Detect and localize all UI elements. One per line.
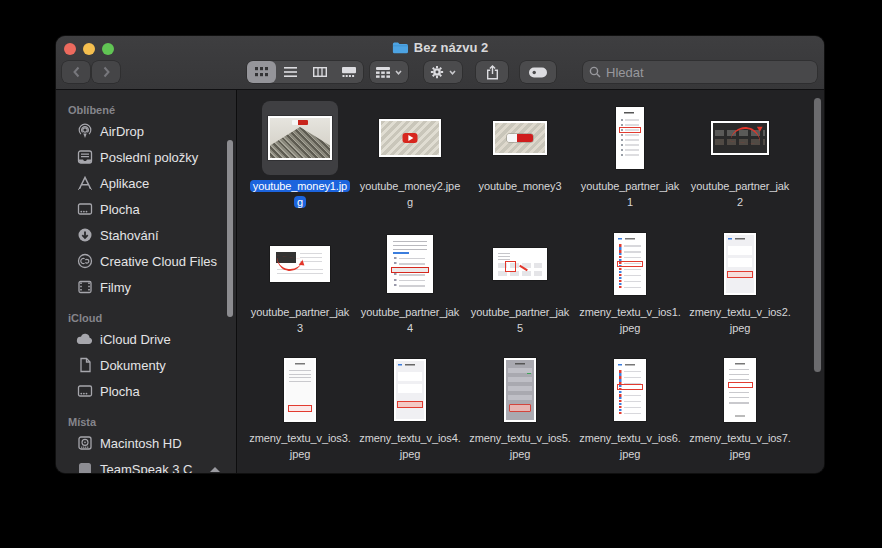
- tag-button[interactable]: [520, 61, 556, 83]
- file-thumbnail: [284, 358, 316, 422]
- file-icon-box: [482, 353, 558, 427]
- file-name: youtube_partner_jak2: [689, 178, 791, 210]
- file-name: youtube_partner_jak3: [249, 304, 351, 336]
- sidebar-item-documents[interactable]: Dokumenty: [56, 352, 236, 378]
- sidebar-item-icloud-drive[interactable]: iCloud Drive: [56, 326, 236, 352]
- sidebar-item-label: Aplikace: [100, 176, 149, 191]
- file-thumbnail: [268, 116, 332, 160]
- file-thumbnail: [493, 248, 547, 280]
- file-thumbnail: [616, 107, 644, 169]
- sidebar-item-label: Poslední položky: [100, 150, 198, 165]
- folder-icon: [392, 41, 408, 54]
- file-name: zmeny_textu_v_ios6.jpeg: [579, 430, 681, 462]
- chevron-down-icon: [449, 70, 456, 75]
- file-icon-box: [702, 227, 778, 301]
- column-view-icon: [313, 67, 327, 77]
- view-mode-segmented-control: [247, 61, 363, 83]
- file-tile[interactable]: zmeny_textu_v_ios5.jpeg: [468, 353, 572, 473]
- content-scrollbar[interactable]: [814, 98, 821, 372]
- file-tile[interactable]: zmeny_textu_v_ios1.jpeg: [578, 227, 682, 353]
- group-by-icon: [376, 67, 390, 78]
- sidebar-item-airdrop[interactable]: AirDrop: [56, 118, 236, 144]
- file-icon-box: [372, 227, 448, 301]
- sidebar-item-downloads[interactable]: Stahování: [56, 222, 236, 248]
- sidebar-item-movies[interactable]: Filmy: [56, 274, 236, 300]
- file-name: zmeny_textu_v_ios1.jpeg: [579, 304, 681, 336]
- sidebar-item-label: Creative Cloud Files: [100, 254, 217, 269]
- file-thumbnail: [504, 358, 536, 422]
- file-tile[interactable]: zmeny_textu_v_ios2.jpeg: [688, 227, 792, 353]
- sidebar-item-macintosh-hd[interactable]: Macintosh HD: [56, 430, 236, 456]
- sidebar-item-creative-cloud[interactable]: Creative Cloud Files: [56, 248, 236, 274]
- file-thumbnail: [394, 359, 426, 421]
- sidebar-item-teamspeak[interactable]: TeamSpeak 3 C: [56, 456, 236, 473]
- downloads-icon: [76, 227, 93, 244]
- sidebar: Oblíbené AirDrop Poslední položky Aplika…: [56, 90, 237, 473]
- file-tile[interactable]: zmeny_textu_v_ios6.jpeg: [578, 353, 682, 473]
- chevron-down-icon: [395, 70, 402, 75]
- sidebar-item-label: TeamSpeak 3 C: [100, 462, 193, 474]
- list-view-button[interactable]: [276, 61, 305, 83]
- file-tile[interactable]: youtube_money3: [468, 101, 572, 227]
- window-title: Bez názvu 2: [414, 40, 488, 55]
- file-tile[interactable]: youtube_partner_jak3: [248, 227, 352, 353]
- sidebar-item-desktop[interactable]: Plocha: [56, 196, 236, 222]
- desktop-icon: [76, 201, 93, 218]
- file-icon-box: [702, 101, 778, 175]
- gear-icon: [430, 65, 444, 79]
- share-button[interactable]: [476, 61, 508, 83]
- file-icon-box: [592, 101, 668, 175]
- group-button[interactable]: [370, 61, 408, 83]
- external-drive-icon: [76, 461, 93, 474]
- icon-view-button[interactable]: [247, 61, 276, 83]
- internal-drive-icon: [76, 435, 93, 452]
- sidebar-item-label: Plocha: [100, 384, 140, 399]
- search-icon: [589, 66, 601, 78]
- gallery-view-button[interactable]: [334, 61, 363, 83]
- file-tile[interactable]: zmeny_textu_v_ios3.jpeg: [248, 353, 352, 473]
- file-name: zmeny_textu_v_ios3.jpeg: [249, 430, 351, 462]
- icon-grid: youtube_money1.jpg youtube_money2.jpeg y…: [248, 101, 798, 473]
- forward-button[interactable]: [92, 61, 120, 83]
- column-view-button[interactable]: [305, 61, 334, 83]
- file-tile[interactable]: youtube_partner_jak2: [688, 101, 792, 227]
- eject-icon[interactable]: [210, 464, 220, 473]
- file-name: zmeny_textu_v_ios5.jpeg: [469, 430, 571, 462]
- search-field[interactable]: Hledat: [583, 61, 817, 83]
- file-tile[interactable]: youtube_partner_jak4: [358, 227, 462, 353]
- share-icon: [486, 65, 499, 80]
- file-tile[interactable]: youtube_money2.jpeg: [358, 101, 462, 227]
- file-thumbnail: [270, 246, 330, 282]
- file-name: youtube_money1.jpg: [249, 178, 351, 210]
- file-tile[interactable]: zmeny_textu_v_ios4.jpeg: [358, 353, 462, 473]
- file-thumbnail: [387, 235, 433, 293]
- file-tile[interactable]: zmeny_textu_v_ios7.jpeg: [688, 353, 792, 473]
- sidebar-scrollbar[interactable]: [227, 140, 233, 317]
- sidebar-item-recents[interactable]: Poslední položky: [56, 144, 236, 170]
- sidebar-item-desktop-icloud[interactable]: Plocha: [56, 378, 236, 404]
- sidebar-item-applications[interactable]: Aplikace: [56, 170, 236, 196]
- file-thumbnail: [379, 119, 441, 157]
- file-icon-box: [592, 353, 668, 427]
- file-thumbnail: [493, 121, 547, 155]
- desktop-icon: [76, 383, 93, 400]
- sidebar-section-favorites: Oblíbené: [56, 102, 236, 118]
- applications-icon: [76, 175, 93, 192]
- chevron-left-icon: [72, 66, 81, 78]
- sidebar-section-places: Místa: [56, 414, 236, 430]
- file-tile[interactable]: youtube_money1.jpg: [248, 101, 352, 227]
- creative-cloud-icon: [76, 253, 93, 270]
- movies-icon: [76, 279, 93, 296]
- back-button[interactable]: [62, 61, 90, 83]
- recents-icon: [76, 149, 93, 166]
- file-thumbnail: [614, 359, 646, 421]
- file-icon-box: [592, 227, 668, 301]
- file-name: zmeny_textu_v_ios2.jpeg: [689, 304, 791, 336]
- file-tile[interactable]: youtube_partner_jak5: [468, 227, 572, 353]
- file-thumbnail: [614, 233, 646, 295]
- file-icon-box: [372, 353, 448, 427]
- file-tile[interactable]: youtube_partner_jak1: [578, 101, 682, 227]
- action-button[interactable]: [424, 61, 462, 83]
- file-name: youtube_partner_jak5: [469, 304, 571, 336]
- file-name: youtube_partner_jak4: [359, 304, 461, 336]
